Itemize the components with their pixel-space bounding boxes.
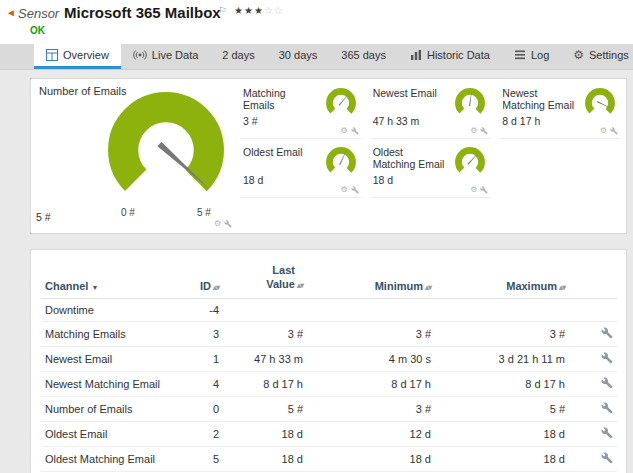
sort-icon: ▴▾ bbox=[213, 283, 219, 292]
sensor-header: ◄ Sensor Microsoft 365 Mailbox ⚐ ★★★☆☆ O… bbox=[0, 0, 633, 44]
channel-settings-button[interactable] bbox=[601, 402, 613, 414]
channel-name-link[interactable]: Downtime bbox=[45, 304, 94, 316]
tab-live-data[interactable]: Live Data bbox=[121, 44, 210, 69]
gauge-value: 47 h 33 m bbox=[373, 115, 420, 127]
channel-settings-button[interactable] bbox=[601, 452, 613, 464]
tab-label: 365 days bbox=[341, 49, 386, 61]
oldest-email-gauge bbox=[323, 145, 359, 179]
channel-maximum: 3 # bbox=[435, 321, 569, 346]
log-icon bbox=[514, 49, 526, 61]
wrench-icon[interactable] bbox=[224, 220, 232, 228]
gauges-panel: Number of Emails 0 # 5 # 5 # ⚙ Matching … bbox=[30, 78, 627, 234]
gauge-cell-newest-matching-email: Newest Matching Email 8 d 17 h ⚙ bbox=[500, 83, 620, 139]
channel-settings-button[interactable] bbox=[601, 352, 613, 364]
channel-name-link[interactable]: Newest Email bbox=[45, 353, 112, 365]
gauge-cell-oldest-email: Oldest Email 18 d ⚙ bbox=[241, 142, 361, 198]
gear-icon[interactable]: ⚙ bbox=[340, 186, 347, 194]
sort-desc-icon: ▼ bbox=[91, 284, 98, 291]
channel-settings-button[interactable] bbox=[601, 377, 613, 389]
gear-icon[interactable]: ⚙ bbox=[470, 127, 477, 135]
gauge-value: 3 # bbox=[243, 115, 258, 127]
wrench-icon[interactable] bbox=[351, 127, 359, 135]
column-label: ID bbox=[200, 280, 211, 292]
wrench-icon bbox=[601, 427, 613, 439]
table-row: Newest Matching Email 4 8 d 17 h 8 d 17 … bbox=[41, 371, 617, 396]
channel-minimum: 8 d 17 h bbox=[307, 371, 435, 396]
tab-2-days[interactable]: 2 days bbox=[210, 44, 266, 69]
tab-30-days[interactable]: 30 days bbox=[267, 44, 330, 69]
page-title: Microsoft 365 Mailbox bbox=[64, 4, 221, 21]
gauge-corner-icons: ⚙ bbox=[340, 186, 358, 194]
channel-name-link[interactable]: Oldest Matching Email bbox=[45, 453, 155, 465]
channel-id: 1 bbox=[177, 346, 223, 371]
wrench-icon[interactable] bbox=[610, 127, 618, 135]
channel-minimum bbox=[307, 298, 435, 321]
historic-data-icon bbox=[410, 49, 422, 61]
tab-365-days[interactable]: 365 days bbox=[329, 44, 398, 69]
stars-filled: ★★★ bbox=[234, 5, 264, 16]
gauge-corner-icons: ⚙ bbox=[470, 186, 488, 194]
sort-icon: ▴▾ bbox=[297, 281, 303, 290]
tab-log[interactable]: Log bbox=[502, 44, 561, 69]
tab-settings[interactable]: ⚙ Settings bbox=[561, 44, 633, 69]
tab-label: 2 days bbox=[222, 49, 254, 61]
wrench-icon[interactable] bbox=[480, 186, 488, 194]
gauge-corner-icons: ⚙ bbox=[600, 127, 618, 135]
tab-historic-data[interactable]: Historic Data bbox=[398, 44, 502, 69]
sort-icon: ▴▾ bbox=[425, 283, 431, 292]
column-header-minimum[interactable]: Minimum▴▾ bbox=[307, 252, 435, 298]
gear-icon[interactable]: ⚙ bbox=[470, 186, 477, 194]
wrench-icon bbox=[601, 452, 613, 464]
gear-icon[interactable]: ⚙ bbox=[214, 220, 221, 228]
column-header-maximum[interactable]: Maximum▴▾ bbox=[435, 252, 569, 298]
channel-name-link[interactable]: Oldest Email bbox=[45, 428, 107, 440]
channel-name-link[interactable]: Newest Matching Email bbox=[45, 378, 160, 390]
channel-last-value: 5 # bbox=[223, 396, 307, 421]
channels-panel: Channel▼ ID▴▾ Last Value▴▾ Minimum▴▾ Max… bbox=[30, 249, 627, 473]
tab-overview[interactable]: Overview bbox=[34, 44, 121, 69]
channel-settings-button[interactable] bbox=[601, 427, 613, 439]
tab-label: 30 days bbox=[279, 49, 318, 61]
column-label: Channel bbox=[45, 280, 88, 292]
channel-maximum: 18 d bbox=[435, 446, 569, 471]
wrench-icon[interactable] bbox=[480, 127, 488, 135]
back-chevron-icon[interactable]: ◄ bbox=[6, 7, 16, 18]
channel-minimum: 18 d bbox=[307, 446, 435, 471]
gauge-cell-oldest-matching-email: Oldest Matching Email 18 d ⚙ bbox=[371, 142, 491, 198]
priority-stars[interactable]: ★★★☆☆ bbox=[234, 5, 284, 16]
table-row: Oldest Email 2 18 d 12 d 18 d bbox=[41, 421, 617, 446]
gear-icon: ⚙ bbox=[573, 49, 584, 61]
table-row: Downtime -4 bbox=[41, 298, 617, 321]
sort-icon: ▴▾ bbox=[559, 283, 565, 292]
prtg-sensor-page: ◄ Sensor Microsoft 365 Mailbox ⚐ ★★★☆☆ O… bbox=[0, 0, 633, 473]
wrench-icon bbox=[601, 377, 613, 389]
status-badge: OK bbox=[30, 25, 45, 36]
column-header-last-value[interactable]: Last Value▴▾ bbox=[223, 252, 307, 298]
gauge-cell-newest-email: Newest Email 47 h 33 m ⚙ bbox=[371, 83, 491, 139]
channel-name-link[interactable]: Matching Emails bbox=[45, 328, 126, 340]
flag-icon[interactable]: ⚐ bbox=[218, 5, 227, 16]
channel-name-link[interactable]: Number of Emails bbox=[45, 403, 132, 415]
tab-label: Log bbox=[531, 49, 549, 61]
wrench-icon[interactable] bbox=[351, 186, 359, 194]
gear-icon[interactable]: ⚙ bbox=[340, 127, 347, 135]
gauge-value: 8 d 17 h bbox=[502, 115, 540, 127]
table-row: Oldest Matching Email 5 18 d 18 d 18 d bbox=[41, 446, 617, 471]
gear-icon[interactable]: ⚙ bbox=[600, 127, 607, 135]
gauge-current-value: 5 # bbox=[36, 211, 51, 223]
column-label: Maximum bbox=[506, 280, 557, 292]
table-row: Newest Email 1 47 h 33 m 4 m 30 s 3 d 21… bbox=[41, 346, 617, 371]
channel-last-value: 18 d bbox=[223, 421, 307, 446]
column-label: Minimum bbox=[375, 280, 423, 292]
channel-settings-button[interactable] bbox=[601, 327, 613, 339]
channel-id: 5 bbox=[177, 446, 223, 471]
channel-last-value bbox=[223, 298, 307, 321]
column-header-channel[interactable]: Channel▼ bbox=[41, 252, 177, 298]
stars-empty: ☆☆ bbox=[264, 5, 284, 16]
overview-icon bbox=[46, 49, 58, 61]
column-header-id[interactable]: ID▴▾ bbox=[177, 252, 223, 298]
gauge-value: 18 d bbox=[373, 174, 393, 186]
wrench-icon bbox=[601, 327, 613, 339]
number-of-emails-gauge bbox=[103, 87, 229, 213]
channel-minimum: 12 d bbox=[307, 421, 435, 446]
